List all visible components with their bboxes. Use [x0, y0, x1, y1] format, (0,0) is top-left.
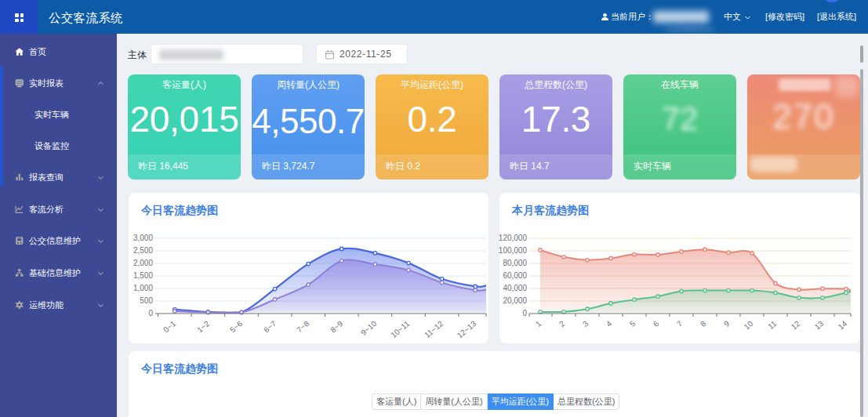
svg-text:1,000: 1,000: [133, 284, 153, 292]
svg-text:100,000: 100,000: [499, 246, 528, 255]
svg-text:8: 8: [699, 319, 708, 328]
svg-text:80,000: 80,000: [503, 259, 527, 267]
svg-text:1,500: 1,500: [133, 271, 153, 280]
svg-text:9~10: 9~10: [359, 319, 379, 337]
svg-text:7: 7: [675, 319, 685, 328]
svg-text:2,500: 2,500: [133, 246, 153, 255]
svg-text:1: 1: [534, 319, 543, 328]
svg-text:500: 500: [140, 296, 153, 305]
svg-text:120,000: 120,000: [499, 234, 528, 242]
svg-text:11: 11: [766, 319, 778, 331]
svg-text:10: 10: [743, 319, 755, 332]
svg-text:11~12: 11~12: [423, 319, 445, 339]
svg-text:40,000: 40,000: [503, 284, 527, 292]
svg-text:3,000: 3,000: [133, 234, 153, 242]
svg-text:0: 0: [522, 309, 527, 317]
svg-text:1~2: 1~2: [195, 319, 211, 335]
svg-text:12: 12: [790, 319, 802, 332]
svg-text:10~11: 10~11: [389, 319, 411, 339]
svg-text:2,000: 2,000: [133, 259, 153, 267]
svg-text:6: 6: [652, 319, 661, 328]
svg-text:0: 0: [148, 309, 153, 317]
svg-text:8~9: 8~9: [329, 319, 344, 335]
svg-text:5~6: 5~6: [228, 319, 244, 335]
svg-text:4: 4: [605, 319, 614, 328]
svg-text:0~1: 0~1: [162, 319, 177, 335]
svg-text:3: 3: [581, 319, 590, 328]
svg-text:6~7: 6~7: [262, 319, 278, 335]
svg-text:12~13: 12~13: [456, 319, 478, 340]
svg-text:20,000: 20,000: [503, 296, 527, 305]
svg-text:9: 9: [722, 319, 732, 328]
svg-text:2: 2: [557, 319, 567, 328]
svg-text:60,000: 60,000: [503, 271, 527, 280]
svg-text:14: 14: [837, 319, 849, 332]
svg-text:5: 5: [628, 319, 637, 328]
svg-text:13: 13: [813, 319, 826, 332]
svg-text:7~8: 7~8: [295, 319, 311, 335]
